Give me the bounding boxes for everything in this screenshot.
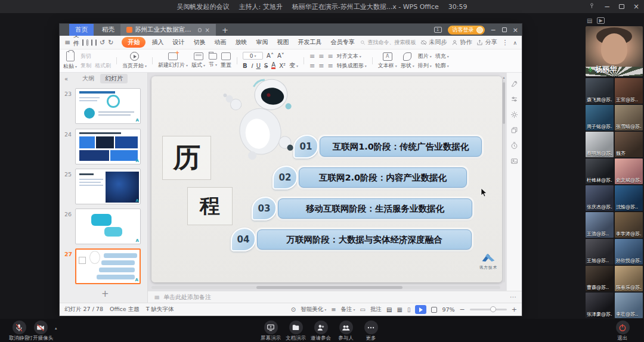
slide-27[interactable]: 历 程 01 互联网1.0阶段：传统广告业数据化 02 互联网2.0阶段：内容产… (151, 76, 502, 282)
tab-document[interactable]: 苏州工业大数据宣讲2021.pptx × (120, 24, 216, 36)
arrange-button[interactable]: 排列 (418, 62, 432, 70)
popout-video-icon[interactable]: ▶ (597, 17, 604, 24)
participant-tile[interactable]: 魏齐 (615, 132, 643, 157)
new-tab-button[interactable]: + (216, 26, 234, 35)
number-list-icon[interactable] (318, 52, 324, 60)
tab-slides[interactable]: 幻灯片 (100, 74, 128, 83)
menu-tab-member[interactable]: 会员专享 (327, 38, 357, 47)
zoom-out-icon[interactable]: − (460, 306, 465, 313)
slide-sorter-view-icon[interactable]: ▦ (397, 306, 402, 313)
layout-toggle-icon[interactable]: ▤ (587, 17, 592, 24)
new-slide-button[interactable]: 新建幻灯片 (158, 52, 188, 69)
participant-tile[interactable]: 曹森@苏.. (586, 266, 614, 291)
menu-tab-view[interactable]: 视图 (274, 38, 292, 47)
align-center-icon[interactable] (318, 62, 324, 70)
media-tool-icon[interactable] (510, 157, 518, 165)
zoom-level[interactable]: 97% (442, 306, 454, 313)
wps-close-icon[interactable]: × (513, 26, 518, 34)
timer-tool-icon[interactable] (510, 142, 518, 150)
stage-number-1[interactable]: 01 (293, 135, 318, 158)
copy-button[interactable]: 复制 (80, 62, 91, 70)
stage-number-4[interactable]: 04 (231, 228, 256, 251)
tab-pin-icon[interactable] (198, 28, 201, 32)
participant-tile[interactable]: 张雪晴@苏.. (615, 105, 643, 130)
menu-tab-animation[interactable]: 动画 (211, 38, 229, 47)
font-color-button[interactable]: A (271, 62, 275, 69)
output-icon[interactable] (86, 39, 88, 46)
slide-canvas-area[interactable]: 历 程 01 互联网1.0阶段：传统广告业数据化 02 互联网2.0阶段：内容产… (148, 73, 506, 291)
indent-icon[interactable] (328, 52, 333, 60)
line-spacing-icon[interactable] (328, 62, 333, 70)
pin-icon[interactable] (589, 2, 595, 11)
doc-share-button[interactable]: 文档演示 (285, 321, 306, 342)
collapse-ribbon-icon[interactable] (513, 39, 517, 46)
comment-button[interactable]: 批注 (370, 306, 382, 313)
share-button[interactable]: 分享 (476, 38, 497, 46)
close-icon[interactable]: × (633, 2, 639, 11)
cut-button[interactable]: 剪切 (80, 52, 91, 60)
undo-icon[interactable] (100, 39, 105, 46)
align-text-button[interactable]: 对齐文本 (337, 52, 361, 60)
reset-button[interactable]: 重置 (221, 52, 231, 69)
strikethrough-button[interactable]: S (264, 63, 268, 69)
smart-beautify-button[interactable]: 智能美化 (301, 306, 326, 313)
hamburger-icon[interactable] (64, 38, 70, 46)
save-icon[interactable] (82, 39, 83, 46)
add-slide-button[interactable]: + (101, 288, 109, 299)
increase-font-icon[interactable]: A˄ (267, 52, 274, 59)
participant-tile[interactable]: 王旭@苏.. (586, 239, 614, 265)
theme-name[interactable]: Office 主题 (110, 306, 140, 313)
invite-button[interactable]: 邀请参会 (310, 321, 332, 342)
text-effect-button[interactable]: 变 (289, 61, 298, 70)
align-left-icon[interactable] (309, 62, 315, 70)
wps-restore-icon[interactable] (502, 27, 507, 32)
slide-thumbnail-25[interactable]: A (75, 169, 141, 204)
fit-window-icon[interactable] (431, 307, 437, 313)
notes-bar[interactable]: 单击此处添加备注 ⋯ (148, 291, 522, 303)
menu-tab-devtools[interactable]: 开发工具 (295, 38, 324, 47)
note-button[interactable]: 备注 (341, 306, 355, 313)
decrease-font-icon[interactable]: A˅ (277, 52, 284, 59)
sync-status[interactable]: 未同步 (420, 38, 447, 46)
tab-docer[interactable]: 稻壳 (94, 24, 120, 36)
bold-button[interactable]: B (243, 63, 247, 69)
vertical-scrollbar[interactable]: ▴ (502, 75, 506, 282)
paste-button[interactable]: 粘贴 (63, 51, 77, 70)
preview-icon[interactable] (95, 39, 97, 46)
participant-tile[interactable]: 陈春乐@苏.. (615, 266, 643, 291)
object-layer-tool-icon[interactable] (510, 126, 518, 134)
tab-home[interactable]: 首页 (69, 24, 94, 36)
animation-tool-icon[interactable] (510, 111, 518, 119)
underline-button[interactable]: U (256, 63, 261, 69)
minimize-icon[interactable]: − (604, 2, 610, 11)
superscript-button[interactable]: X² (279, 63, 286, 69)
shape-button[interactable]: 形状 (401, 52, 414, 70)
outline-button[interactable]: 轮廓 (435, 62, 449, 70)
command-search[interactable]: 查找命令、搜索模板 (360, 39, 416, 46)
beautify-tool-icon[interactable] (510, 80, 518, 88)
format-painter-button[interactable]: 格式刷 (95, 62, 111, 70)
bullet-list-icon[interactable] (309, 52, 315, 60)
camera-button[interactable]: 打开摄像头 (24, 321, 57, 342)
menu-tab-design[interactable]: 设计 (169, 38, 187, 47)
wps-minimize-icon[interactable]: − (491, 26, 496, 34)
participant-tile[interactable]: 王宣@苏.. (615, 78, 643, 104)
slide-title-char-2[interactable]: 程 (187, 187, 233, 225)
window-switch-icon[interactable]: 1 (434, 27, 442, 33)
participant-tile[interactable]: 沈愉@苏.. (615, 185, 643, 211)
horizontal-scrollbar[interactable] (151, 286, 500, 289)
stage-text-4[interactable]: 万联网阶段：大数据与实体经济深度融合 (257, 229, 472, 250)
zoom-slider-knob[interactable] (490, 306, 496, 312)
section-button[interactable]: 节 (209, 53, 217, 69)
participant-tile[interactable]: 蔡明旭@苏.. (586, 132, 614, 157)
notes-placeholder[interactable]: 单击此处添加备注 (163, 293, 211, 301)
camera-options-icon[interactable]: ▴ (55, 326, 57, 331)
more-button[interactable]: 更多 (360, 321, 382, 342)
participant-tile[interactable]: 杜锋林@苏.. (586, 158, 614, 184)
slide-title-char-1[interactable]: 历 (162, 136, 211, 180)
stage-number-2[interactable]: 02 (273, 166, 298, 189)
normal-view-icon[interactable]: ▤ (386, 306, 392, 313)
convert-smartart-button[interactable]: 转换成图形 (337, 62, 367, 70)
slide-thumbnail-26[interactable]: A (75, 209, 141, 244)
participant-tile[interactable]: 森飞腾@苏.. (586, 78, 614, 104)
